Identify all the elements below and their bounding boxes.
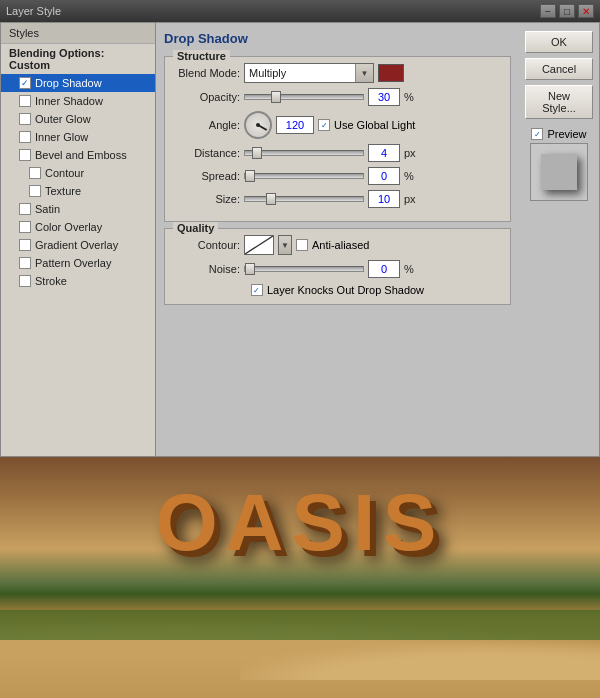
angle-row: Angle: Use Global Light	[175, 111, 500, 139]
cancel-button[interactable]: Cancel	[525, 58, 593, 80]
outer-glow-checkbox[interactable]	[19, 113, 31, 125]
inner-glow-checkbox[interactable]	[19, 131, 31, 143]
angle-input[interactable]	[276, 116, 314, 134]
sidebar-item-color-overlay[interactable]: Color Overlay	[1, 218, 155, 236]
inner-shadow-checkbox[interactable]	[19, 95, 31, 107]
contour-label: Contour	[45, 167, 84, 179]
blending-label: Blending Options: Custom	[9, 47, 147, 71]
title-label: Layer Style	[6, 5, 61, 17]
contour-label: Contour:	[175, 239, 240, 251]
opacity-thumb[interactable]	[271, 91, 281, 103]
layer-knocks-label: Layer Knocks Out Drop Shadow	[267, 284, 424, 296]
quality-section: Quality Contour: ▼ Anti-aliased Noise:	[164, 228, 511, 305]
blend-mode-row: Blend Mode: Multiply ▼	[175, 63, 500, 83]
size-input[interactable]	[368, 190, 400, 208]
bevel-emboss-checkbox[interactable]	[19, 149, 31, 161]
sidebar-item-blending[interactable]: Blending Options: Custom	[1, 44, 155, 74]
sidebar-item-bevel-emboss[interactable]: Bevel and Emboss	[1, 146, 155, 164]
size-row: Size: px	[175, 190, 500, 208]
right-panel: Drop Shadow Structure Blend Mode: Multip…	[156, 23, 519, 456]
layer-style-dialog: Styles Blending Options: Custom ✓ Drop S…	[0, 22, 600, 457]
texture-checkbox[interactable]	[29, 185, 41, 197]
sidebar-item-satin[interactable]: Satin	[1, 200, 155, 218]
use-global-light-checkbox[interactable]	[318, 119, 330, 131]
preview-box	[530, 143, 588, 201]
distance-row: Distance: px	[175, 144, 500, 162]
distance-input[interactable]	[368, 144, 400, 162]
spread-slider[interactable]	[244, 173, 364, 179]
ok-button[interactable]: OK	[525, 31, 593, 53]
color-overlay-label: Color Overlay	[35, 221, 102, 233]
left-panel: Styles Blending Options: Custom ✓ Drop S…	[1, 23, 156, 456]
anti-aliased-label: Anti-aliased	[312, 239, 369, 251]
bevel-emboss-label: Bevel and Emboss	[35, 149, 127, 161]
sidebar-item-inner-glow[interactable]: Inner Glow	[1, 128, 155, 146]
opacity-label: Opacity:	[175, 91, 240, 103]
stroke-label: Stroke	[35, 275, 67, 287]
distance-thumb[interactable]	[252, 147, 262, 159]
spread-row: Spread: %	[175, 167, 500, 185]
close-button[interactable]: ✕	[578, 4, 594, 18]
pattern-overlay-checkbox[interactable]	[19, 257, 31, 269]
sidebar-item-inner-shadow[interactable]: Inner Shadow	[1, 92, 155, 110]
gradient-overlay-checkbox[interactable]	[19, 239, 31, 251]
color-overlay-checkbox[interactable]	[19, 221, 31, 233]
structure-section: Structure Blend Mode: Multiply ▼ Opacity…	[164, 56, 511, 222]
size-thumb[interactable]	[266, 193, 276, 205]
spread-unit: %	[404, 170, 418, 182]
preview-checkbox-row: Preview	[531, 128, 586, 140]
layer-knocks-row: Layer Knocks Out Drop Shadow	[175, 284, 500, 296]
sidebar-item-contour[interactable]: Contour	[1, 164, 155, 182]
noise-slider[interactable]	[244, 266, 364, 272]
distance-unit: px	[404, 147, 418, 159]
sidebar-item-gradient-overlay[interactable]: Gradient Overlay	[1, 236, 155, 254]
layer-knocks-checkbox[interactable]	[251, 284, 263, 296]
angle-needle	[258, 124, 268, 131]
blend-mode-dropdown[interactable]: Multiply ▼	[244, 63, 374, 83]
angle-dial[interactable]	[244, 111, 272, 139]
size-slider[interactable]	[244, 196, 364, 202]
size-unit: px	[404, 193, 418, 205]
opacity-slider[interactable]	[244, 94, 364, 100]
blend-mode-color-swatch[interactable]	[378, 64, 404, 82]
noise-input[interactable]	[368, 260, 400, 278]
spread-thumb[interactable]	[245, 170, 255, 182]
preview-label: Preview	[547, 128, 586, 140]
inner-glow-label: Inner Glow	[35, 131, 88, 143]
preview-checkbox[interactable]	[531, 128, 543, 140]
noise-thumb[interactable]	[245, 263, 255, 275]
sidebar-item-pattern-overlay[interactable]: Pattern Overlay	[1, 254, 155, 272]
noise-row: Noise: %	[175, 260, 500, 278]
spread-input[interactable]	[368, 167, 400, 185]
sidebar-item-texture[interactable]: Texture	[1, 182, 155, 200]
gradient-overlay-label: Gradient Overlay	[35, 239, 118, 251]
minimize-button[interactable]: −	[540, 4, 556, 18]
satin-checkbox[interactable]	[19, 203, 31, 215]
distance-slider[interactable]	[244, 150, 364, 156]
use-global-light-label: Use Global Light	[334, 119, 415, 131]
distance-label: Distance:	[175, 147, 240, 159]
quality-title: Quality	[173, 222, 218, 234]
contour-dropdown-arrow[interactable]: ▼	[278, 235, 292, 255]
drop-shadow-checkbox[interactable]: ✓	[19, 77, 31, 89]
sidebar-item-drop-shadow[interactable]: ✓ Drop Shadow	[1, 74, 155, 92]
sidebar-item-outer-glow[interactable]: Outer Glow	[1, 110, 155, 128]
new-style-button[interactable]: New Style...	[525, 85, 593, 119]
blend-mode-label: Blend Mode:	[175, 67, 240, 79]
contour-checkbox[interactable]	[29, 167, 41, 179]
maximize-button[interactable]: □	[559, 4, 575, 18]
drop-shadow-label: Drop Shadow	[35, 77, 102, 89]
opacity-unit: %	[404, 91, 418, 103]
anti-aliased-checkbox[interactable]	[296, 239, 308, 251]
stroke-checkbox[interactable]	[19, 275, 31, 287]
contour-preview[interactable]	[244, 235, 274, 255]
window-controls: − □ ✕	[540, 4, 594, 18]
opacity-input[interactable]	[368, 88, 400, 106]
noise-unit: %	[404, 263, 418, 275]
satin-label: Satin	[35, 203, 60, 215]
size-label: Size:	[175, 193, 240, 205]
section-title: Drop Shadow	[164, 31, 511, 46]
sidebar-item-stroke[interactable]: Stroke	[1, 272, 155, 290]
blend-mode-value: Multiply	[245, 67, 355, 79]
noise-label: Noise:	[175, 263, 240, 275]
